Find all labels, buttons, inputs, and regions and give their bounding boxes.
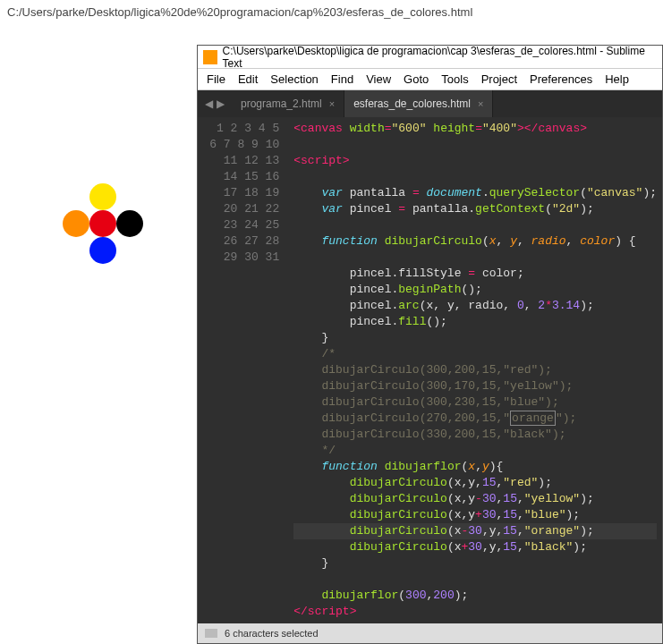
menu-selection[interactable]: Selection: [270, 72, 318, 86]
status-icon[interactable]: [205, 629, 217, 638]
circle-black: [116, 210, 143, 237]
menu-preferences[interactable]: Preferences: [530, 72, 592, 86]
close-icon[interactable]: ×: [329, 98, 335, 109]
menu-project[interactable]: Project: [481, 72, 517, 86]
circle-yellow: [89, 183, 116, 210]
tab-label: esferas_de_colores.html: [353, 97, 471, 110]
tab-label: programa_2.html: [241, 97, 322, 110]
menu-bar: FileEditSelectionFindViewGotoToolsProjec…: [198, 69, 662, 90]
code-content[interactable]: <canvas width="600" height="400"></canva…: [288, 117, 662, 623]
close-icon[interactable]: ×: [478, 98, 483, 109]
arrow-right-icon[interactable]: ▶: [217, 97, 225, 110]
tab-nav-arrows[interactable]: ◀ ▶: [198, 90, 232, 117]
app-icon: [203, 50, 217, 64]
editor-area[interactable]: 1 2 3 4 5 6 7 8 9 10 11 12 13 14 15 16 1…: [198, 117, 662, 623]
menu-tools[interactable]: Tools: [441, 72, 468, 86]
menu-goto[interactable]: Goto: [404, 72, 429, 86]
tab-esferas_de_colores-html[interactable]: esferas_de_colores.html×: [344, 90, 493, 117]
circle-blue: [89, 237, 116, 264]
status-text: 6 characters selected: [225, 628, 319, 639]
circle-orange: [63, 210, 89, 237]
menu-view[interactable]: View: [366, 72, 391, 86]
menu-edit[interactable]: Edit: [238, 72, 258, 86]
tab-bar: ◀ ▶ programa_2.html×esferas_de_colores.h…: [198, 90, 662, 117]
menu-file[interactable]: File: [207, 72, 225, 86]
menu-find[interactable]: Find: [331, 72, 353, 86]
tab-programa_2-html[interactable]: programa_2.html×: [232, 90, 344, 117]
browser-address-bar[interactable]: C:/Users/parke/Desktop/ligica%20de%20pro…: [7, 5, 472, 19]
line-gutter: 1 2 3 4 5 6 7 8 9 10 11 12 13 14 15 16 1…: [198, 117, 288, 623]
window-titlebar[interactable]: C:\Users\parke\Desktop\ligica de program…: [198, 46, 662, 69]
circle-red: [89, 210, 116, 237]
menu-help[interactable]: Help: [605, 72, 629, 86]
window-title: C:\Users\parke\Desktop\ligica de program…: [223, 45, 657, 70]
browser-canvas-output: [0, 54, 197, 411]
arrow-left-icon[interactable]: ◀: [205, 97, 213, 110]
sublime-window: C:\Users\parke\Desktop\ligica de program…: [197, 45, 663, 644]
status-bar: 6 characters selected: [198, 623, 662, 643]
